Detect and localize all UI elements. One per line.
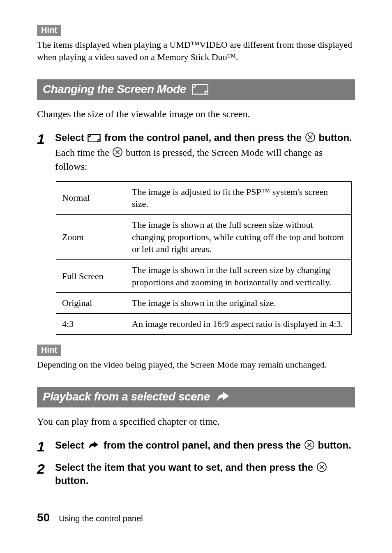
page-number: 50 <box>37 511 50 524</box>
table-row: Zoom The image is shown at the full scre… <box>56 214 352 259</box>
step-title: Select from the control panel, and then … <box>55 131 355 144</box>
step-1-screen-mode: 1 Select from the control panel, and the… <box>37 131 355 174</box>
screen-mode-table: Normal The image is adjusted to fit the … <box>56 181 352 335</box>
mode-name: 4:3 <box>56 314 126 335</box>
step-title: Select the item that you want to set, an… <box>55 461 355 488</box>
mode-name: Original <box>56 293 126 314</box>
cross-button-icon <box>305 132 315 142</box>
step-1-playback: 1 Select from the control panel, and the… <box>37 439 355 454</box>
table-row: 4:3 An image recorded in 16:9 aspect rat… <box>56 314 352 335</box>
screen-mode-icon <box>88 134 101 142</box>
svg-rect-0 <box>192 84 208 94</box>
mode-desc: The image is adjusted to fit the PSP™ sy… <box>126 181 352 214</box>
mode-desc: An image recorded in 16:9 aspect ratio i… <box>126 314 352 335</box>
hint-text-top: The items displayed when playing a UMD™V… <box>37 39 355 63</box>
mode-desc: The image is shown in the full screen si… <box>126 259 352 292</box>
text: from the control panel, and then press t… <box>104 132 304 143</box>
page-footer: 50 Using the control panel <box>37 511 143 524</box>
mode-name: Normal <box>56 181 126 214</box>
step-number: 1 <box>37 439 48 454</box>
text: Select the item that you want to set, an… <box>55 462 316 473</box>
hint-text-mid: Depending on the video being played, the… <box>37 359 355 371</box>
text: button. <box>318 132 352 143</box>
mode-name: Zoom <box>56 214 126 259</box>
screen-mode-icon <box>192 84 208 95</box>
section-heading-screen-mode: Changing the Screen Mode <box>37 79 355 100</box>
cross-button-icon <box>317 462 327 472</box>
section-title: Changing the Screen Mode <box>43 83 186 96</box>
step-title: Select from the control panel, and then … <box>55 439 355 452</box>
cross-button-icon <box>113 147 122 157</box>
section-lead: You can play from a specified chapter or… <box>37 415 355 429</box>
text: button. <box>318 440 351 451</box>
goto-arrow-icon <box>88 441 100 450</box>
step-number: 1 <box>37 131 48 174</box>
table-row: Full Screen The image is shown in the fu… <box>56 259 352 292</box>
text: Each time the <box>55 147 112 158</box>
section-lead: Changes the size of the viewable image o… <box>37 107 355 121</box>
table-row: Normal The image is adjusted to fit the … <box>56 181 352 214</box>
step-number: 2 <box>37 461 48 488</box>
mode-desc: The image is shown in the original size. <box>126 293 352 314</box>
goto-arrow-icon <box>216 391 231 403</box>
mode-desc: The image is shown at the full screen si… <box>126 214 352 259</box>
text: button. <box>55 475 88 486</box>
step-2-playback: 2 Select the item that you want to set, … <box>37 461 355 488</box>
cross-button-icon <box>304 440 314 450</box>
mode-name: Full Screen <box>56 259 126 292</box>
hint-badge: Hint <box>37 345 61 356</box>
step-description: Each time the button is pressed, the Scr… <box>55 146 355 174</box>
text: from the control panel, and then press t… <box>104 440 304 451</box>
section-title: Playback from a selected scene <box>43 390 210 403</box>
section-heading-playback-scene: Playback from a selected scene <box>37 387 355 407</box>
hint-badge: Hint <box>37 25 61 36</box>
footer-title: Using the control panel <box>59 514 143 523</box>
text: Select <box>55 132 87 143</box>
text: Select <box>55 440 87 451</box>
table-row: Original The image is shown in the origi… <box>56 293 352 314</box>
